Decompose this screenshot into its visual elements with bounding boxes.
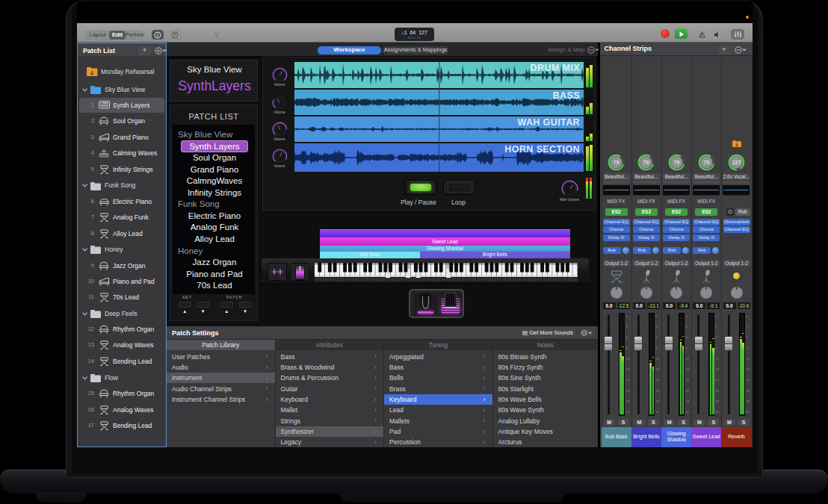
svg-text:18: 18 [746,367,750,371]
svg-text:36: 36 [746,389,750,393]
svg-text:9: 9 [686,346,688,350]
svg-text:12: 12 [625,357,629,361]
svg-text:48: 48 [625,399,629,403]
svg-text:6: 6 [716,335,718,339]
svg-text:12: 12 [746,357,750,361]
svg-text:0: 0 [655,314,658,318]
svg-text:9: 9 [746,346,748,350]
svg-text:3: 3 [686,325,688,329]
svg-text:18: 18 [686,367,690,371]
svg-text:48: 48 [746,399,750,403]
svg-text:48: 48 [686,399,690,403]
svg-text:79: 79 [703,160,709,165]
svg-text:6: 6 [746,335,748,339]
svg-text:9: 9 [716,346,718,350]
svg-text:3: 3 [746,325,748,329]
svg-text:18: 18 [716,367,720,371]
svg-text:60: 60 [686,410,690,414]
svg-text:60: 60 [655,410,659,414]
svg-text:3: 3 [655,325,658,329]
svg-text:36: 36 [655,389,659,393]
svg-text:9: 9 [625,346,628,350]
svg-text:48: 48 [716,399,720,403]
svg-text:79: 79 [614,160,620,165]
svg-text:60: 60 [746,410,750,414]
svg-text:24: 24 [686,378,690,382]
svg-text:3: 3 [716,325,718,329]
svg-text:18: 18 [655,367,659,371]
svg-text:6: 6 [655,335,658,339]
svg-text:24: 24 [625,378,629,382]
svg-text:79: 79 [673,160,679,165]
svg-text:127: 127 [732,160,741,165]
svg-text:79: 79 [643,160,649,165]
svg-text:48: 48 [655,399,659,403]
svg-text:36: 36 [716,389,720,393]
svg-text:0: 0 [625,314,628,318]
svg-text:0: 0 [746,314,748,318]
svg-text:?: ? [173,33,176,37]
svg-text:24: 24 [716,378,720,382]
svg-text:3: 3 [625,325,628,329]
svg-text:0: 0 [686,314,688,318]
svg-text:6: 6 [625,335,628,339]
svg-text:12: 12 [686,357,690,361]
svg-text:0: 0 [716,314,718,318]
svg-text:18: 18 [625,367,629,371]
svg-text:60: 60 [625,410,629,414]
svg-text:24: 24 [746,378,750,382]
svg-text:9: 9 [655,346,658,350]
svg-text:12: 12 [716,357,720,361]
svg-text:24: 24 [655,378,659,382]
svg-text:36: 36 [686,389,690,393]
svg-text:6: 6 [686,335,688,339]
svg-text:36: 36 [625,389,629,393]
svg-text:60: 60 [716,410,720,414]
svg-text:12: 12 [655,357,659,361]
